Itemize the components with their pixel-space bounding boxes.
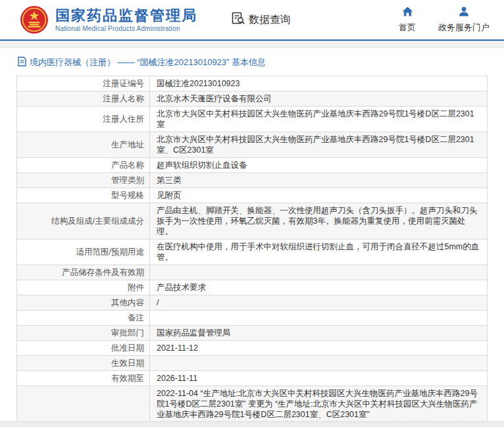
header-gap-strip — [0, 41, 504, 48]
row-label: 其他内容 — [17, 295, 150, 310]
national-emblem-icon — [20, 5, 49, 34]
nav-home[interactable]: 首页 — [399, 7, 416, 34]
nav-portal-label: 政务服务门户 — [438, 22, 490, 34]
row-label: 有效期至 — [17, 371, 150, 386]
table-row-other-content: 其他内容 / — [17, 295, 487, 311]
nav-data-query[interactable]: 数据查询 — [232, 12, 291, 28]
footer-strip — [0, 421, 504, 427]
table-row-composition: 结构及组成/主要组成成分 产品由主机、脚踏开关、换能器、一次性使用超声刀头（含刀… — [17, 203, 487, 239]
table-row-expiry-date: 有效期至 2026-11-11 — [17, 371, 487, 386]
table-row-management-category: 管理类别 第三类 — [17, 173, 487, 188]
row-label: 产品储存条件及有效期 — [17, 265, 150, 280]
breadcrumb-text: 境内医疗器械（注册） —— “国械注准20213010923” 基本信息 — [30, 57, 266, 68]
row-label: 附件 — [17, 280, 150, 295]
row-value: / — [150, 295, 487, 310]
row-label: 生产地址 — [17, 132, 150, 157]
row-value: 北京市大兴区中关村科技园区大兴生物医药产业基地庆丰西路29号院1号楼D区二层23… — [150, 132, 487, 157]
row-label: 审批部门 — [17, 326, 150, 340]
row-value: 产品技术要求 — [150, 280, 487, 295]
main-content: 境内医疗器械（注册） —— “国械注准20213010923” 基本信息 注册证… — [0, 48, 504, 427]
row-label: 生效日期 — [17, 356, 150, 370]
nav-portal[interactable]: 政务服务门户 — [438, 7, 490, 34]
table-row-registrant-address: 注册人住所 北京市大兴区中关村科技园区大兴生物医药产业基地庆丰西路29号院1号楼… — [17, 107, 487, 132]
breadcrumb: 境内医疗器械（注册） —— “国械注准20213010923” 基本信息 — [0, 48, 504, 74]
row-label: 批准日期 — [17, 341, 150, 355]
row-value — [150, 265, 487, 280]
site-title: 国家药品监督管理局 — [55, 7, 197, 24]
registration-info-table: 注册证编号 国械注准20213010923 注册人名称 北京水木天蓬医疗设备有限… — [16, 76, 488, 427]
site-subtitle: National Medical Products Administration — [55, 25, 197, 32]
row-label: 注册人住所 — [17, 107, 150, 132]
table-row-production-address: 生产地址 北京市大兴区中关村科技园区大兴生物医药产业基地庆丰西路29号院1号楼D… — [17, 132, 487, 158]
user-icon — [459, 7, 469, 19]
document-search-icon — [232, 12, 245, 28]
table-row-reg-number: 注册证编号 国械注准20213010923 — [17, 76, 487, 91]
table-row-storage-validity: 产品储存条件及有效期 — [17, 265, 487, 280]
nav-home-label: 首页 — [399, 22, 416, 34]
row-label: 注册证编号 — [17, 76, 150, 91]
table-row-model-spec: 型号规格 见附页 — [17, 188, 487, 203]
row-value: 北京水木天蓬医疗设备有限公司 — [150, 91, 487, 106]
row-label: 备注 — [17, 311, 150, 325]
row-value: 第三类 — [150, 173, 487, 188]
row-label: 产品名称 — [17, 158, 150, 172]
row-value: 见附页 — [150, 188, 487, 203]
table-row-approval-department: 审批部门 国家药品监督管理局 — [17, 326, 487, 341]
table-row-remark: 备注 — [17, 311, 487, 326]
table-row-effective-date: 生效日期 — [17, 356, 487, 371]
site-header: 国家药品监督管理局 National Medical Products Admi… — [0, 0, 504, 41]
row-value: 国械注准20213010923 — [150, 76, 487, 91]
table-row-intended-use: 适用范围/预期用途 在医疗机构中使用，用于手术中对软组织进行切割止血，可用于闭合… — [17, 239, 487, 265]
table-row-product-name: 产品名称 超声软组织切割止血设备 — [17, 158, 487, 173]
row-label: 适用范围/预期用途 — [17, 239, 150, 264]
row-value: 2026-11-11 — [150, 371, 487, 386]
row-value: 国家药品监督管理局 — [150, 326, 487, 340]
table-row-approval-date: 批准日期 2021-11-12 — [17, 341, 487, 356]
row-value: 产品由主机、脚踏开关、换能器、一次性使用超声刀头（含刀头扳手）。超声刀头和刀头扳… — [150, 203, 487, 239]
row-value: 北京市大兴区中关村科技园区大兴生物医药产业基地庆丰西路29号院1号楼D区二层23… — [150, 107, 487, 132]
row-value: 在医疗机构中使用，用于手术中对软组织进行切割止血，可用于闭合直径不超过5mm的血… — [150, 239, 487, 264]
table-row-registrant-name: 注册人名称 北京水木天蓬医疗设备有限公司 — [17, 91, 487, 107]
document-icon — [18, 57, 26, 68]
row-value: 2021-11-12 — [150, 341, 487, 355]
row-label: 型号规格 — [17, 188, 150, 203]
row-value — [150, 311, 487, 325]
row-label: 结构及组成/主要组成成分 — [17, 203, 150, 239]
home-icon — [402, 7, 413, 19]
row-label: 管理类别 — [17, 173, 150, 188]
table-row-attachment: 附件 产品技术要求 — [17, 280, 487, 295]
row-label: 注册人名称 — [17, 91, 150, 106]
row-value — [150, 356, 487, 370]
data-query-label: 数据查询 — [249, 13, 291, 27]
row-value: 超声软组织切割止血设备 — [150, 158, 487, 172]
